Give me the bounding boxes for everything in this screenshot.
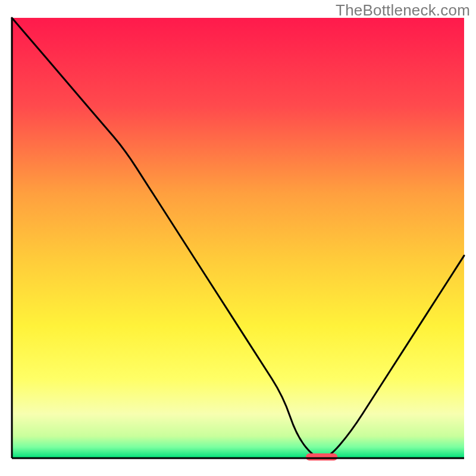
chart-svg bbox=[0, 0, 476, 476]
plot-area bbox=[12, 18, 464, 461]
watermark-text: TheBottleneck.com bbox=[336, 1, 470, 20]
optimal-marker bbox=[306, 453, 337, 461]
chart-container: TheBottleneck.com bbox=[0, 0, 476, 476]
gradient-background bbox=[12, 18, 464, 458]
